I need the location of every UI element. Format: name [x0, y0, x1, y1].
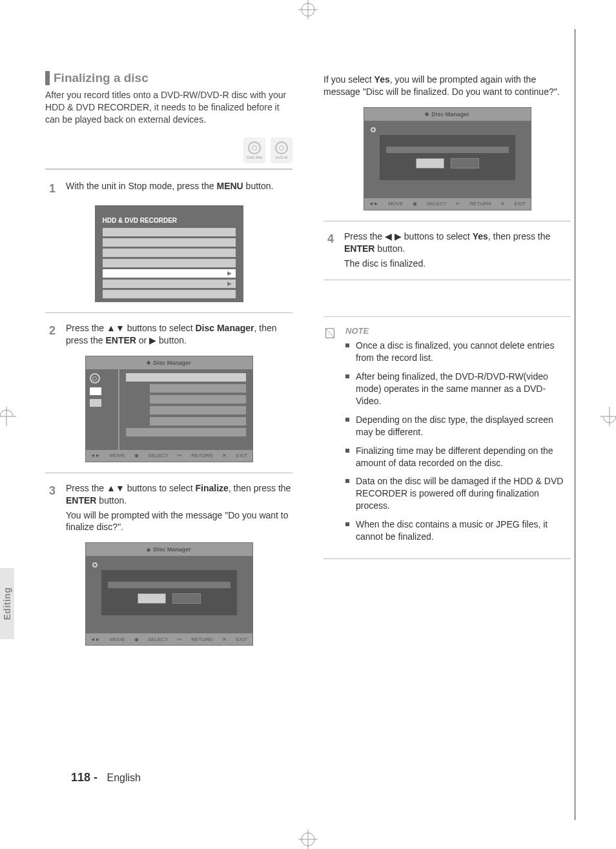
- note-item: Finalizing time may be different dependi…: [345, 445, 571, 469]
- step-3: 3 Press the ▲▼ buttons to select Finaliz…: [45, 482, 293, 646]
- svg-point-5: [302, 833, 314, 846]
- note-label: NOTE: [345, 326, 571, 336]
- screenshot-disc-manager: ◆Disc Manager: [85, 356, 253, 462]
- step-text: Press the ▲▼ buttons to select Disc Mana…: [66, 322, 293, 347]
- section-tab: Editing: [0, 568, 14, 639]
- heading-text: Finalizing a disc: [54, 71, 149, 85]
- step-number: 4: [323, 231, 338, 247]
- page-number: 118 -: [71, 771, 98, 784]
- note-item: Once a disc is finalized, you cannot del…: [345, 340, 571, 364]
- note-block: NOTE Once a disc is finalized, you canno…: [323, 326, 571, 549]
- screenshot-finalize-confirm: ◆Disc Manager ◄►MOVE ◉SEL: [85, 542, 253, 646]
- step-text: Press the ▲▼ buttons to select Finalize,…: [66, 482, 293, 507]
- step-2: 2 Press the ▲▼ buttons to select Disc Ma…: [45, 322, 293, 462]
- note-item: After being finalized, the DVD-R/DVD-RW(…: [345, 371, 571, 407]
- step-text: Press the ◀ ▶ buttons to select Yes, the…: [344, 230, 571, 255]
- note-item: Depending on the disc type, the displaye…: [345, 414, 571, 438]
- step-number: 2: [45, 323, 59, 338]
- step-text: With the unit in Stop mode, press the ME…: [66, 180, 273, 192]
- page-footer: 118 - English: [71, 771, 141, 784]
- step-1: 1 With the unit in Stop mode, press the …: [45, 180, 293, 302]
- svg-point-2: [302, 3, 314, 16]
- step-5: 4 Press the ◀ ▶ buttons to select Yes, t…: [323, 230, 571, 270]
- page-heading: Finalizing a disc: [45, 71, 293, 85]
- screenshot-main-menu: HDD & DVD RECORDER ▶ ▶: [95, 205, 243, 302]
- step-4-continuation: If you select Yes, you will be prompted …: [323, 74, 571, 210]
- step-after: The disc is finalized.: [344, 258, 571, 270]
- note-item: Data on the disc will be damaged if the …: [345, 475, 571, 512]
- step-after: You will be prompted with the message "D…: [66, 509, 293, 534]
- divider: [45, 169, 293, 170]
- note-item: When the disc contains a music or JPEG f…: [345, 518, 571, 543]
- intro-paragraph: After you record titles onto a DVD-RW/DV…: [45, 89, 293, 126]
- screenshot-finalize-continue: ◆Disc Manager ◄►MOVE ◉SEL: [364, 107, 531, 210]
- section-tab-label: Editing: [2, 588, 12, 620]
- step-number: 1: [45, 181, 59, 196]
- note-list: Once a disc is finalized, you cannot del…: [345, 340, 571, 542]
- dvd-r-icon: DVD-R: [271, 138, 293, 163]
- disc-compatibility-icons: DVD-RW DVD-R: [45, 138, 293, 163]
- step-number: 3: [45, 483, 59, 498]
- heading-accent: [45, 71, 50, 85]
- dvd-rw-icon: DVD-RW: [243, 138, 265, 163]
- page-language: English: [107, 772, 140, 783]
- note-icon: [323, 326, 338, 549]
